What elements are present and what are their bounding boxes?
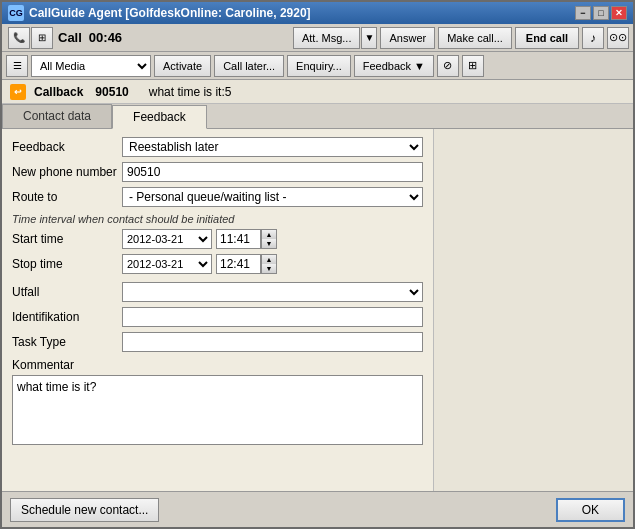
utfall-select[interactable] <box>122 282 423 302</box>
stop-time-label: Stop time <box>12 257 122 271</box>
start-time-row: Start time 2012-03-21 ▲ ▼ <box>12 229 423 249</box>
title-bar-left: CG CallGuide Agent [GolfdeskOnline: Caro… <box>8 5 311 21</box>
callback-icon: ↩ <box>10 84 26 100</box>
call-label: Call <box>58 30 82 45</box>
feedback-select[interactable]: Reestablish later <box>122 137 423 157</box>
task-type-label: Task Type <box>12 335 122 349</box>
task-type-row: Task Type <box>12 332 423 352</box>
title-bar: CG CallGuide Agent [GolfdeskOnline: Caro… <box>2 2 633 24</box>
toolbar-row-1: 📞 ⊞ Call 00:46 Att. Msg... ▼ Answer Make… <box>2 24 633 52</box>
callback-bar: ↩ Callback 90510 what time is it:5 <box>2 80 633 104</box>
stop-time-down[interactable]: ▼ <box>262 264 276 273</box>
app-icon: CG <box>8 5 24 21</box>
stop-time-spinner[interactable]: ▲ ▼ <box>261 254 277 274</box>
callback-number: 90510 <box>95 85 128 99</box>
toolbar-row-2: ☰ All Media Activate Call later... Enqui… <box>2 52 633 80</box>
callback-label: Callback <box>34 85 83 99</box>
stop-time-up[interactable]: ▲ <box>262 255 276 264</box>
settings-icon-btn[interactable]: ⊘ <box>437 55 459 77</box>
identifikation-label: Identifikation <box>12 310 122 324</box>
schedule-new-contact-button[interactable]: Schedule new contact... <box>10 498 159 522</box>
activate-button[interactable]: Activate <box>154 55 211 77</box>
feedback-field-label: Feedback <box>12 140 122 154</box>
start-time-spinner[interactable]: ▲ ▼ <box>261 229 277 249</box>
route-to-row: Route to - Personal queue/waiting list - <box>12 187 423 207</box>
feedback-label: Feedback <box>363 60 411 72</box>
bottom-bar: Schedule new contact... OK <box>2 491 633 527</box>
new-phone-input[interactable] <box>122 162 423 182</box>
close-button[interactable]: ✕ <box>611 6 627 20</box>
start-time-down[interactable]: ▼ <box>262 239 276 248</box>
side-icons-1: 📞 ⊞ <box>6 23 55 53</box>
route-to-label: Route to <box>12 190 122 204</box>
stop-date-select[interactable]: 2012-03-21 <box>122 254 212 274</box>
make-call-button[interactable]: Make call... <box>438 27 512 49</box>
identifikation-row: Identifikation <box>12 307 423 327</box>
att-msg-dropdown[interactable]: ▼ <box>361 27 377 49</box>
form-panel: Feedback Reestablish later New phone num… <box>2 129 433 491</box>
tab-feedback[interactable]: Feedback <box>112 105 207 129</box>
callback-info: what time is it:5 <box>149 85 232 99</box>
feedback-row: Feedback Reestablish later <box>12 137 423 157</box>
media-select[interactable]: All Media <box>31 55 151 77</box>
route-to-select[interactable]: - Personal queue/waiting list - <box>122 187 423 207</box>
main-window: CG CallGuide Agent [GolfdeskOnline: Caro… <box>0 0 635 529</box>
toolbar-extra-btn[interactable]: ⊞ <box>31 27 53 49</box>
start-time-input[interactable] <box>216 229 261 249</box>
enquiry-button[interactable]: Enquiry... <box>287 55 351 77</box>
new-phone-label: New phone number <box>12 165 122 179</box>
kommentar-textarea[interactable]: what time is it? <box>12 375 423 445</box>
music-icon-btn[interactable]: ♪ <box>582 27 604 49</box>
time-interval-header: Time interval when contact should be ini… <box>12 213 423 225</box>
tab-contact-data[interactable]: Contact data <box>2 104 112 128</box>
att-msg-button[interactable]: Att. Msg... <box>293 27 361 49</box>
grid-icon-btn[interactable]: ⊞ <box>462 55 484 77</box>
minimize-button[interactable]: − <box>575 6 591 20</box>
utfall-label: Utfall <box>12 285 122 299</box>
task-type-input[interactable] <box>122 332 423 352</box>
start-time-up[interactable]: ▲ <box>262 230 276 239</box>
identifikation-input[interactable] <box>122 307 423 327</box>
content-area: Feedback Reestablish later New phone num… <box>2 129 633 491</box>
media-icon-btn[interactable]: ☰ <box>6 55 28 77</box>
start-date-select[interactable]: 2012-03-21 <box>122 229 212 249</box>
tabs-row: Contact data Feedback <box>2 104 633 129</box>
title-controls: − □ ✕ <box>575 6 627 20</box>
call-timer: 00:46 <box>89 30 122 45</box>
new-phone-row: New phone number <box>12 162 423 182</box>
stop-time-row: Stop time 2012-03-21 ▲ ▼ <box>12 254 423 274</box>
start-time-label: Start time <box>12 232 122 246</box>
right-panel <box>433 129 633 491</box>
answer-button[interactable]: Answer <box>380 27 435 49</box>
kommentar-section: Kommentar what time is it? <box>12 358 423 448</box>
stop-time-input[interactable] <box>216 254 261 274</box>
maximize-button[interactable]: □ <box>593 6 609 20</box>
headset-icon-btn[interactable]: ⊙⊙ <box>607 27 629 49</box>
end-call-button[interactable]: End call <box>515 27 579 49</box>
feedback-button[interactable]: Feedback ▼ <box>354 55 434 77</box>
phone-icon-btn[interactable]: 📞 <box>8 27 30 49</box>
window-title: CallGuide Agent [GolfdeskOnline: Carolin… <box>29 6 311 20</box>
ok-button[interactable]: OK <box>556 498 625 522</box>
feedback-dropdown-arrow: ▼ <box>414 60 425 72</box>
kommentar-label: Kommentar <box>12 358 423 372</box>
utfall-row: Utfall <box>12 282 423 302</box>
call-later-button[interactable]: Call later... <box>214 55 284 77</box>
